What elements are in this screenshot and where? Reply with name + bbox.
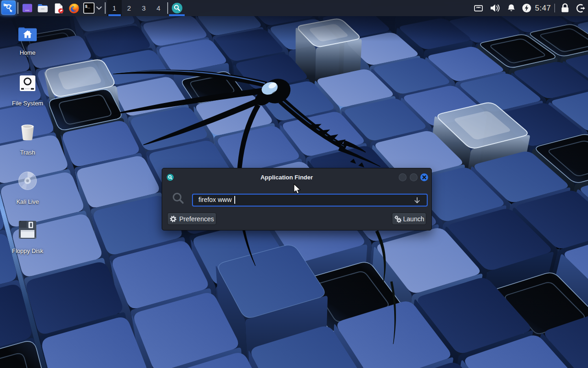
svg-text:$_: $_	[85, 5, 90, 9]
